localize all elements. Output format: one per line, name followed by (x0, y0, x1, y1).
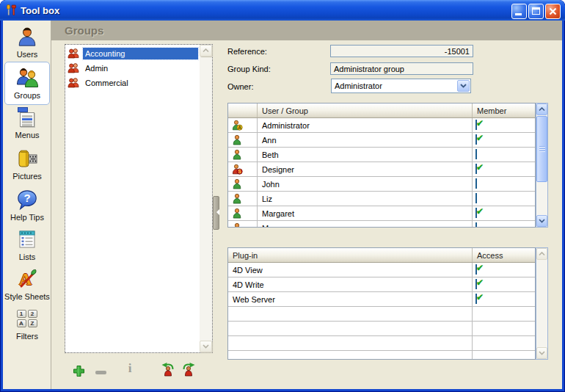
group-kind-field[interactable]: Administrator group (330, 62, 473, 75)
scroll-down-icon[interactable] (536, 215, 547, 227)
user-group-column-header[interactable]: User / Group (258, 104, 473, 117)
sidebar-item-pictures[interactable]: Pictures (4, 147, 50, 181)
remove-group-button[interactable] (92, 365, 109, 380)
table-row[interactable]: Web Server (228, 292, 535, 307)
toolbox-icon (5, 4, 17, 16)
member-checkbox[interactable] (475, 178, 477, 189)
move-user-in-button[interactable] (159, 362, 175, 377)
scroll-up-icon[interactable] (536, 104, 547, 115)
add-group-button[interactable] (70, 363, 87, 378)
user-arrow-right-icon (181, 362, 197, 377)
close-button[interactable] (545, 4, 561, 19)
menus-icon (4, 106, 50, 129)
plugin-column-header[interactable]: Plug-in (228, 248, 473, 262)
member-checkbox[interactable] (475, 222, 477, 227)
window-title: Tool box (21, 5, 59, 16)
sidebar-item-groups[interactable]: Groups (4, 62, 50, 105)
owner-dropdown[interactable]: Administrator (331, 79, 471, 93)
close-icon (548, 7, 558, 18)
user-icon (231, 178, 243, 190)
plugins-table-header[interactable]: Plug-in Access (228, 248, 535, 263)
user-name: Mary (258, 221, 473, 227)
sidebar-item-filters[interactable]: 1 2 A Z Filters (4, 307, 50, 341)
member-column-header[interactable]: Member (473, 104, 535, 117)
table-row[interactable]: S Designer (228, 162, 535, 177)
sidebar-item-label: Help Tips (4, 213, 50, 222)
table-row[interactable]: Mary (228, 221, 535, 227)
access-column-header[interactable]: Access (473, 248, 535, 262)
users-table: User / Group Member A Administrator (227, 103, 536, 228)
group-info-button[interactable]: i (122, 361, 138, 376)
table-row[interactable]: John (228, 177, 535, 192)
table-row[interactable]: Ann (228, 133, 535, 148)
scroll-up-icon[interactable] (536, 248, 547, 260)
empty-row (228, 322, 535, 336)
plugins-table: Plug-in Access 4D View 4D Write Web Serv… (227, 247, 536, 360)
window-content: Users Groups (3, 21, 562, 389)
empty-row (228, 307, 535, 322)
scroll-up-icon[interactable] (200, 45, 212, 57)
style-sheets-icon: A (4, 267, 50, 291)
user-name: Administrator (258, 118, 473, 132)
minimize-icon (515, 13, 522, 15)
sidebar-item-label: Style Sheets (4, 292, 50, 301)
dropdown-button[interactable] (457, 80, 470, 92)
group-name[interactable]: Admin (83, 62, 198, 74)
group-red-icon (68, 48, 79, 59)
move-user-out-button[interactable] (181, 362, 197, 377)
scrollbar-thumb[interactable] (536, 116, 547, 182)
group-list-item[interactable]: Commercial (65, 76, 212, 90)
table-row[interactable]: A Administrator (228, 118, 535, 133)
access-checkbox[interactable] (475, 279, 477, 289)
sidebar-item-label: Pictures (4, 172, 50, 181)
groups-list-scrollbar[interactable] (200, 45, 212, 352)
access-checkbox[interactable] (475, 294, 477, 304)
owner-label: Owner: (227, 82, 253, 91)
table-row[interactable]: 4D View (228, 263, 535, 277)
users-table-scrollbar[interactable] (536, 103, 548, 228)
group-kind-label: Group Kind: (227, 65, 271, 73)
table-row[interactable]: Liz (228, 192, 535, 206)
scroll-down-icon[interactable] (536, 347, 547, 359)
sidebar-item-style-sheets[interactable]: A Style Sheets (4, 267, 50, 301)
sidebar-item-label: Menus (4, 131, 50, 139)
member-checkbox[interactable] (475, 120, 477, 130)
table-row[interactable]: Margaret (228, 206, 535, 221)
minimize-button[interactable] (511, 4, 527, 19)
title-bar[interactable]: Tool box (0, 0, 565, 21)
sidebar-item-label: Filters (4, 332, 50, 341)
sidebar-item-label: Users (4, 50, 50, 59)
member-checkbox[interactable] (475, 164, 477, 174)
owner-value: Administrator (335, 81, 382, 90)
sidebar-item-menus[interactable]: Menus (4, 106, 50, 139)
sidebar-item-help-tips[interactable]: ? Help Tips (4, 188, 50, 222)
sidebar-item-users[interactable]: Users (4, 25, 50, 59)
member-checkbox[interactable] (475, 208, 477, 218)
groups-list[interactable]: Accounting Admin (65, 44, 213, 353)
group-name[interactable]: Commercial (83, 77, 198, 89)
scroll-down-icon[interactable] (200, 341, 212, 352)
panel-splitter[interactable] (213, 196, 219, 230)
member-checkbox[interactable] (475, 134, 477, 145)
plugins-table-body: 4D View 4D Write Web Server (228, 263, 535, 359)
sidebar-item-lists[interactable]: Lists (4, 228, 50, 261)
member-checkbox[interactable] (475, 193, 477, 203)
icon-column-header[interactable] (228, 104, 258, 117)
member-checkbox[interactable] (475, 149, 477, 159)
table-row[interactable]: Beth (228, 148, 535, 162)
group-list-item[interactable]: Accounting (65, 46, 212, 61)
users-table-header[interactable]: User / Group Member (228, 104, 535, 118)
user-name: Designer (258, 162, 473, 176)
sidebar-item-label: Lists (4, 253, 50, 261)
table-row[interactable]: 4D Write (228, 277, 535, 292)
maximize-button[interactable] (528, 4, 544, 19)
help-tips-icon: ? (4, 188, 50, 211)
reference-field[interactable]: -15001 (330, 45, 473, 57)
user-icon (231, 208, 243, 219)
group-list-item[interactable]: Admin (65, 61, 212, 76)
plugins-table-scrollbar[interactable] (536, 247, 548, 360)
lists-icon (4, 228, 50, 251)
group-name[interactable]: Accounting (83, 48, 198, 59)
sidebar: Users Groups (3, 21, 51, 389)
access-checkbox[interactable] (475, 264, 477, 275)
